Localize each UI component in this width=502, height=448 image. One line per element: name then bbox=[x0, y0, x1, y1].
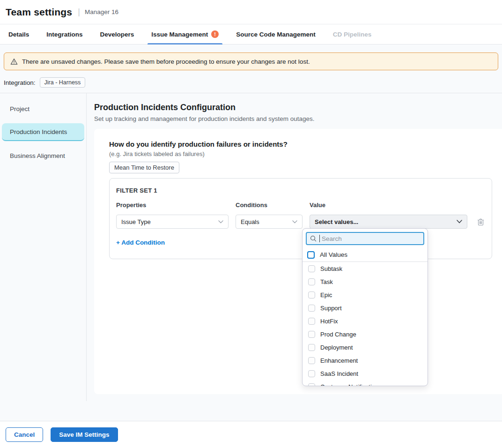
metric-chip-mean-time-to-restore[interactable]: Mean Time to Restore bbox=[109, 162, 179, 173]
checkbox[interactable] bbox=[308, 344, 315, 351]
chevron-down-icon bbox=[457, 220, 462, 224]
column-label-conditions: Conditions bbox=[236, 202, 303, 209]
tab-issue-management[interactable]: Issue Management ! bbox=[150, 24, 220, 44]
page-header: Team settings | Manager 16 bbox=[0, 0, 502, 24]
chevron-down-icon bbox=[292, 220, 297, 224]
integration-label: Integration: bbox=[4, 79, 36, 86]
text-cursor bbox=[319, 235, 320, 242]
option-task[interactable]: Task bbox=[303, 275, 428, 288]
question-title: How do you identify production failures … bbox=[109, 140, 492, 148]
delete-condition-button[interactable] bbox=[477, 218, 484, 226]
section-subtitle: Set up tracking and management for produ… bbox=[94, 115, 502, 122]
search-input[interactable] bbox=[321, 235, 420, 243]
option-prod-change[interactable]: Prod Change bbox=[303, 328, 428, 341]
tab-integrations[interactable]: Integrations bbox=[45, 24, 83, 44]
save-im-settings-button[interactable]: Save IM Settings bbox=[51, 427, 118, 442]
value-dropdown-panel: All Values Subtask Task Epic Support Hot… bbox=[302, 228, 428, 386]
column-label-properties: Properties bbox=[116, 202, 229, 209]
conditions-select[interactable]: Equals bbox=[236, 215, 303, 229]
question-hint: (e.g. Jira tickets labeled as failures) bbox=[109, 150, 492, 157]
value-multiselect[interactable]: Select values... bbox=[310, 215, 467, 229]
option-support[interactable]: Support bbox=[303, 301, 428, 314]
page-title: Team settings bbox=[6, 7, 72, 18]
checkbox-all-values[interactable] bbox=[307, 251, 315, 259]
column-label-value: Value bbox=[310, 202, 467, 209]
integration-chip[interactable]: Jira - Harness bbox=[40, 77, 86, 88]
tab-bar: Details Integrations Developers Issue Ma… bbox=[0, 24, 502, 45]
option-deployment[interactable]: Deployment bbox=[303, 341, 428, 354]
option-customer-notification[interactable]: Customer Notification bbox=[303, 380, 428, 386]
team-name-label: Manager 16 bbox=[85, 8, 118, 15]
configuration-card: How do you identify production failures … bbox=[94, 129, 502, 394]
checkbox[interactable] bbox=[308, 291, 315, 299]
warning-triangle-icon bbox=[10, 58, 18, 65]
sidebar-item-production-incidents[interactable]: Production Incidents bbox=[2, 123, 84, 141]
checkbox[interactable] bbox=[308, 331, 315, 338]
banner-message: There are unsaved changes. Please save t… bbox=[22, 58, 310, 65]
option-all-values[interactable]: All Values bbox=[303, 248, 428, 262]
option-epic[interactable]: Epic bbox=[303, 288, 428, 301]
title-divider: | bbox=[78, 7, 80, 17]
sidebar-item-business-alignment[interactable]: Business Alignment bbox=[2, 147, 84, 164]
footer-actions: Cancel Save IM Settings bbox=[0, 421, 502, 448]
unsaved-changes-banner: There are unsaved changes. Please save t… bbox=[4, 52, 498, 70]
tab-source-code-management[interactable]: Source Code Management bbox=[235, 24, 317, 44]
option-saas-incident[interactable]: SaaS Incident bbox=[303, 367, 428, 380]
chevron-down-icon bbox=[218, 220, 223, 224]
dropdown-search-box bbox=[306, 232, 424, 245]
properties-select[interactable]: Issue Type bbox=[116, 215, 229, 229]
integration-row: Integration: Jira - Harness bbox=[0, 70, 502, 93]
add-condition-button[interactable]: + Add Condition bbox=[116, 239, 165, 246]
cancel-button[interactable]: Cancel bbox=[6, 427, 43, 442]
search-icon bbox=[310, 235, 317, 242]
tab-cd-pipelines: CD Pipelines bbox=[332, 24, 373, 44]
checkbox[interactable] bbox=[308, 370, 315, 377]
option-enhancement[interactable]: Enhancement bbox=[303, 354, 428, 367]
settings-sidebar: Project Production Incidents Business Al… bbox=[0, 93, 87, 401]
checkbox[interactable] bbox=[308, 265, 315, 272]
checkbox[interactable] bbox=[308, 305, 315, 312]
unsaved-changes-badge-icon: ! bbox=[211, 30, 219, 38]
filter-set-1: FILTER SET 1 Properties Conditions Value… bbox=[109, 178, 492, 259]
main-panel: Production Incidents Configuration Set u… bbox=[87, 93, 502, 401]
tab-developers[interactable]: Developers bbox=[99, 24, 135, 44]
checkbox[interactable] bbox=[308, 357, 315, 364]
option-hotfix[interactable]: HotFix bbox=[303, 314, 428, 328]
option-subtask[interactable]: Subtask bbox=[303, 262, 428, 275]
filter-set-title: FILTER SET 1 bbox=[116, 187, 484, 194]
sidebar-item-project[interactable]: Project bbox=[2, 100, 84, 118]
checkbox[interactable] bbox=[308, 318, 315, 325]
checkbox[interactable] bbox=[308, 278, 315, 285]
checkbox[interactable] bbox=[308, 383, 315, 387]
tab-details[interactable]: Details bbox=[7, 24, 30, 44]
section-title: Production Incidents Configuration bbox=[94, 102, 502, 113]
